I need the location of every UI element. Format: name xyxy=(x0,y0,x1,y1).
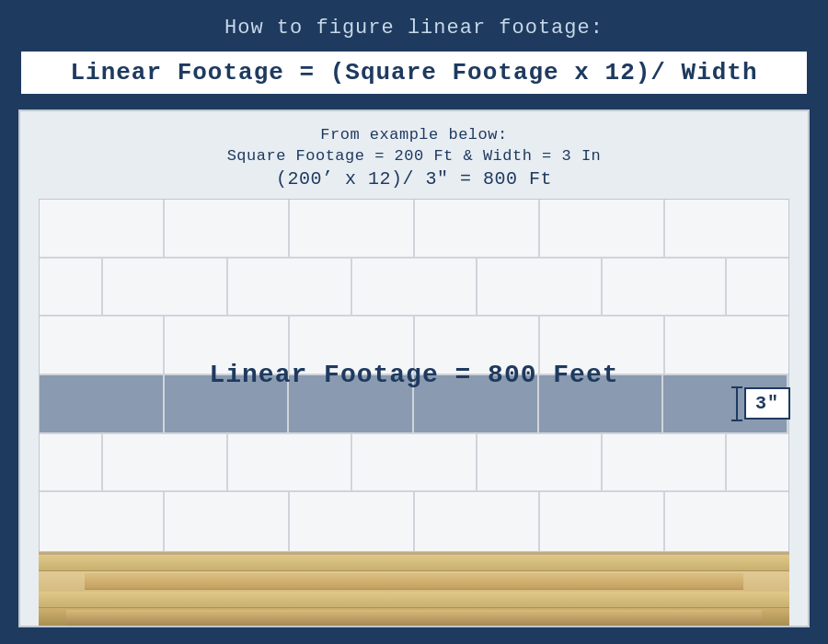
tile-row xyxy=(40,492,788,551)
tile xyxy=(40,492,165,551)
tile xyxy=(40,316,165,374)
formula-text: Linear Footage = (Square Footage x 12)/ … xyxy=(70,59,757,86)
tile xyxy=(40,434,103,491)
floor-shadow xyxy=(39,607,789,626)
width-indicator: 3″ xyxy=(731,386,790,421)
tile xyxy=(603,259,728,316)
tile xyxy=(540,316,665,374)
tile xyxy=(665,200,788,257)
formula-box: Linear Footage = (Square Footage x 12)/ … xyxy=(18,49,810,97)
tile xyxy=(290,316,415,374)
tile xyxy=(414,375,539,432)
tile xyxy=(165,200,290,257)
tile-wall-container: Linear Footage = 800 Feet xyxy=(39,199,789,626)
tile xyxy=(165,316,290,374)
tile xyxy=(352,259,477,316)
tile xyxy=(165,375,290,432)
tile xyxy=(477,259,603,316)
page-title: How to figure linear footage: xyxy=(224,17,604,40)
tile xyxy=(40,200,165,257)
tile xyxy=(415,316,540,374)
bracket-vert xyxy=(736,388,738,420)
width-label: 3″ xyxy=(744,387,790,420)
tile xyxy=(727,434,788,491)
tile-row xyxy=(40,434,788,493)
tile xyxy=(540,200,665,257)
tile xyxy=(228,434,353,491)
tile-row xyxy=(40,316,788,375)
floor-area xyxy=(39,552,789,626)
tile xyxy=(103,259,228,316)
floor-plank xyxy=(85,573,743,590)
tile-row xyxy=(40,259,788,317)
tile-wall: 3″ xyxy=(39,199,789,552)
measurement-row: 3″ xyxy=(40,375,788,434)
tile xyxy=(603,434,728,491)
example-intro: From example below: xyxy=(39,126,789,144)
tile xyxy=(539,375,664,432)
tile xyxy=(415,200,540,257)
tile xyxy=(477,434,603,491)
tile xyxy=(290,200,415,257)
tile xyxy=(290,492,415,551)
bracket-bottom xyxy=(731,420,742,421)
tile xyxy=(540,492,665,551)
tile-row xyxy=(40,200,788,259)
tile xyxy=(415,492,540,551)
tile xyxy=(352,434,477,491)
tile xyxy=(665,316,788,374)
example-given: Square Footage = 200 Ft & Width = 3 In xyxy=(39,147,789,165)
tile xyxy=(103,434,228,491)
main-container: From example below: Square Footage = 200… xyxy=(18,109,810,627)
tile xyxy=(228,259,353,316)
tile xyxy=(40,375,165,432)
floor-plank xyxy=(39,555,789,571)
width-bracket xyxy=(731,386,742,421)
example-calc: (200’ x 12)/ 3″ = 800 Ft xyxy=(39,168,789,190)
tile xyxy=(40,259,103,316)
tile xyxy=(727,259,788,316)
floor-plank xyxy=(39,592,789,608)
tile xyxy=(665,492,788,551)
tile xyxy=(289,375,414,432)
tile xyxy=(165,492,290,551)
